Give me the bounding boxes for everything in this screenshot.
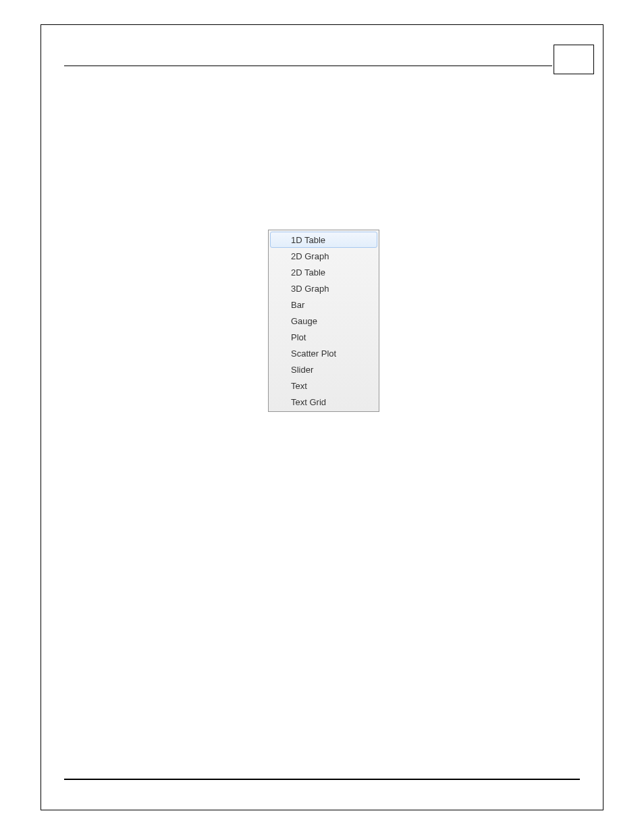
menu-item-label: Plot [291,332,306,342]
menu-item-label: Text [291,381,307,391]
menu-item-label: Bar [291,300,304,310]
menu-item-slider[interactable]: Slider [270,361,377,377]
menu-item-2d-table[interactable]: 2D Table [270,264,377,280]
menu-item-label: Slider [291,365,313,375]
page-number-box [554,45,594,74]
context-menu: 1D Table 2D Graph 2D Table 3D Graph Bar … [268,230,379,412]
menu-item-label: Gauge [291,316,317,326]
menu-item-bar[interactable]: Bar [270,296,377,313]
menu-item-scatter-plot[interactable]: Scatter Plot [270,345,377,361]
menu-item-text-grid[interactable]: Text Grid [270,394,377,410]
page-frame: 1D Table 2D Graph 2D Table 3D Graph Bar … [41,24,603,810]
footer-rule [64,779,580,780]
menu-item-3d-graph[interactable]: 3D Graph [270,280,377,296]
header-rule [64,66,552,66]
menu-item-label: 1D Table [291,235,325,245]
menu-item-plot[interactable]: Plot [270,329,377,345]
menu-item-label: 2D Graph [291,251,329,261]
menu-item-gauge[interactable]: Gauge [270,313,377,329]
menu-item-1d-table[interactable]: 1D Table [270,232,377,248]
menu-item-text[interactable]: Text [270,377,377,394]
menu-item-label: 2D Table [291,267,325,278]
menu-item-label: Text Grid [291,397,326,407]
menu-item-label: 3D Graph [291,284,329,294]
menu-item-label: Scatter Plot [291,348,336,359]
menu-item-2d-graph[interactable]: 2D Graph [270,248,377,264]
